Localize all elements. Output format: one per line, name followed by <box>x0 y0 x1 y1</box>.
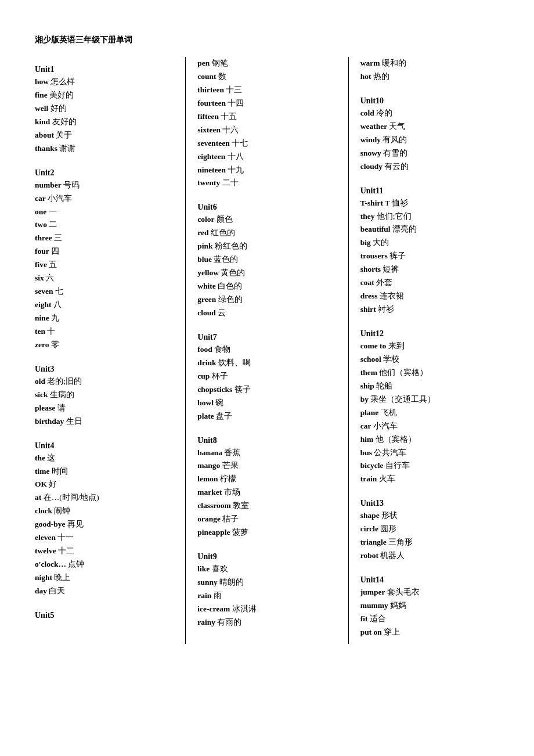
word-english: cloudy <box>360 162 385 171</box>
word-english: school <box>360 355 383 363</box>
word-chinese: 晴朗的 <box>219 578 244 586</box>
word-chinese: 筷子 <box>234 385 251 394</box>
word-english: hot <box>360 72 373 81</box>
word-entry: two 二 <box>35 218 174 232</box>
word-chinese: 乘坐（交通工具） <box>370 395 435 404</box>
word-chinese: 白天 <box>49 586 65 595</box>
unit-title-unit5: Unit5 <box>35 611 174 620</box>
word-entry: windy 有风的 <box>360 134 499 147</box>
word-entry: well 好的 <box>35 102 174 116</box>
word-entry: trousers 裤子 <box>360 250 499 263</box>
word-entry: jumper 套头毛衣 <box>360 586 499 599</box>
word-entry: eight 八 <box>35 298 174 312</box>
word-entry: come to 来到 <box>360 340 499 353</box>
word-english: three <box>35 233 54 242</box>
word-english: twelve <box>35 546 58 555</box>
word-chinese: 十二 <box>58 546 74 555</box>
word-english: white <box>197 282 218 290</box>
word-entry: one 一 <box>35 206 174 219</box>
word-chinese: 十六 <box>222 125 239 134</box>
word-english: car <box>35 194 48 203</box>
column-3: warm 暖和的hot 热的Unit10cold 冷的weather 天气win… <box>349 57 511 644</box>
word-entry: weather 天气 <box>360 120 499 134</box>
word-english: warm <box>360 59 382 67</box>
word-entry: OK 好 <box>35 478 174 491</box>
word-chinese: 白色的 <box>218 282 242 290</box>
word-english: o'clock… <box>35 560 68 568</box>
page-title: 湘少版英语三年级下册单词 <box>35 35 511 45</box>
word-chinese: 好 <box>49 480 57 488</box>
word-english: twenty <box>197 178 222 187</box>
unit-title-unit7: Unit7 <box>197 333 336 342</box>
word-english: eleven <box>35 533 57 542</box>
word-entry: warm 暖和的 <box>360 57 499 70</box>
word-english: day <box>35 586 49 595</box>
word-english: blue <box>197 255 214 264</box>
word-chinese: 二 <box>49 220 57 229</box>
word-chinese: 形状 <box>381 511 398 520</box>
word-entry: fit 适合 <box>360 613 499 626</box>
word-entry: how 怎么样 <box>35 75 174 89</box>
word-chinese: 飞机 <box>381 408 397 417</box>
word-chinese: 友好的 <box>52 117 77 126</box>
word-entry: cold 冷的 <box>360 107 499 120</box>
word-entry: sick 生病的 <box>35 388 174 402</box>
word-chinese: 轮船 <box>376 381 392 390</box>
word-english: color <box>197 215 216 224</box>
word-english: zero <box>35 340 51 349</box>
word-chinese: 粉红色的 <box>215 242 247 250</box>
word-english: coat <box>360 278 376 287</box>
word-english: how <box>35 77 50 86</box>
word-entry: twelve 十二 <box>35 545 174 558</box>
word-entry: lemon 柠檬 <box>197 473 336 486</box>
word-english: banana <box>197 448 224 457</box>
word-chinese: 教室 <box>233 501 249 510</box>
word-entry: birthday 生日 <box>35 415 174 429</box>
word-chinese: 有雨的 <box>217 618 241 627</box>
word-chinese: 十一 <box>57 533 74 542</box>
word-entry: seventeen 十七 <box>197 137 336 150</box>
word-english: ice-cream <box>197 604 232 613</box>
word-chinese: 热的 <box>373 72 389 81</box>
word-chinese: 裤子 <box>389 251 406 260</box>
word-english: fine <box>35 91 49 99</box>
word-chinese: 这 <box>47 453 55 462</box>
word-english: nineteen <box>197 165 228 174</box>
word-english: come to <box>360 341 388 350</box>
word-english: food <box>197 345 214 354</box>
word-entry: please 请 <box>35 402 174 415</box>
word-chinese: 号码 <box>63 181 80 189</box>
word-entry: snowy 有雪的 <box>360 147 499 160</box>
word-entry: thanks 谢谢 <box>35 142 174 156</box>
word-entry: sunny 晴朗的 <box>197 576 336 589</box>
word-chinese: 八 <box>53 300 62 309</box>
word-english: plane <box>360 408 381 417</box>
word-entry: night 晚上 <box>35 571 174 585</box>
word-chinese: 学校 <box>383 355 399 363</box>
word-chinese: 天气 <box>389 122 405 131</box>
word-english: shirt <box>360 305 378 314</box>
column-1: Unit1how 怎么样fine 美好的well 好的kind 友好的about… <box>35 57 186 644</box>
word-english: beautiful <box>360 225 392 233</box>
word-entry: car 小汽车 <box>360 420 499 433</box>
word-english: mango <box>197 461 222 470</box>
unit-title-unit8: Unit8 <box>197 436 336 445</box>
word-english: eight <box>35 300 53 309</box>
word-english: sixteen <box>197 125 222 134</box>
word-entry: chopsticks 筷子 <box>197 383 336 397</box>
word-chinese: 香蕉 <box>224 448 240 457</box>
word-english: bicycle <box>360 461 385 470</box>
word-entry: o'clock… 点钟 <box>35 558 174 571</box>
word-entry: three 三 <box>35 232 174 245</box>
word-entry: about 关于 <box>35 129 174 142</box>
word-english: lemon <box>197 474 220 483</box>
word-entry: yellow 黄色的 <box>197 267 336 280</box>
word-chinese: 有雪的 <box>383 149 407 157</box>
word-entry: time 时间 <box>35 465 174 478</box>
word-english: thirteen <box>197 85 226 94</box>
word-entry: robot 机器人 <box>360 549 499 563</box>
word-chinese: 冷的 <box>376 109 392 117</box>
word-entry: bicycle 自行车 <box>360 459 499 473</box>
word-english: like <box>197 564 211 573</box>
word-english: six <box>35 273 46 282</box>
